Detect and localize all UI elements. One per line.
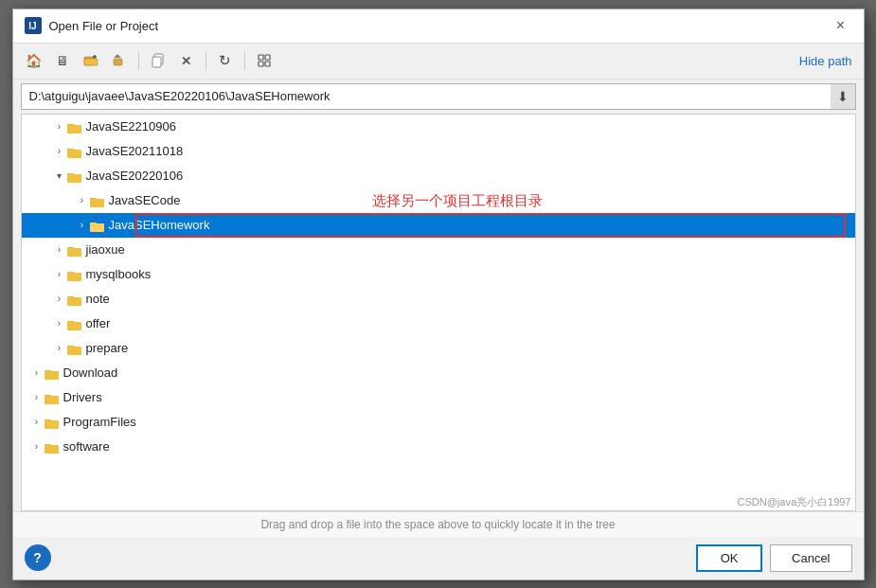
folder-icon — [45, 414, 60, 429]
tree-node-offer[interactable]: › offer — [22, 312, 855, 336]
tree-node-prepare[interactable]: › prepare — [22, 336, 855, 361]
folder-icon — [45, 438, 60, 454]
svg-rect-35 — [45, 396, 59, 404]
separator-1 — [138, 51, 139, 70]
open-file-dialog: IJ Open File or Project × 🏠 🖥 — [12, 9, 865, 580]
cancel-button[interactable]: Cancel — [770, 544, 851, 572]
folder-icon — [67, 291, 82, 306]
svg-rect-23 — [67, 248, 81, 257]
footer: ? OK Cancel — [13, 537, 864, 579]
folder-icon — [67, 168, 82, 183]
svg-rect-21 — [90, 223, 104, 232]
tree-node-software[interactable]: › software — [22, 435, 855, 459]
tree-node-javasehomework[interactable]: › JavaSEHomework — [22, 213, 855, 238]
new-folder-button[interactable] — [78, 48, 104, 73]
desktop-button[interactable]: 🖥 — [49, 48, 76, 73]
svg-rect-11 — [265, 62, 270, 66]
node-label-javase20211018: JavaSE20211018 — [86, 144, 184, 158]
svg-rect-29 — [67, 322, 81, 330]
svg-rect-19 — [90, 199, 104, 207]
node-label-prepare: prepare — [86, 341, 129, 355]
svg-rect-27 — [67, 297, 81, 306]
toolbar: 🏠 🖥 — [13, 44, 864, 80]
bookmark-button[interactable] — [251, 48, 277, 73]
svg-rect-9 — [265, 55, 270, 60]
delete-button[interactable]: ✕ — [173, 48, 200, 73]
node-label-download: Download — [63, 365, 118, 380]
chevron-icon: › — [52, 244, 67, 255]
folder-icon — [45, 389, 60, 404]
up-button[interactable] — [106, 48, 133, 73]
svg-marker-5 — [114, 54, 121, 58]
copy-button[interactable] — [145, 48, 171, 73]
svg-rect-4 — [114, 59, 122, 65]
separator-3 — [244, 51, 245, 70]
node-label-javase2210906: JavaSE2210906 — [86, 119, 176, 134]
node-label-mysqlbooks: mysqlbooks — [86, 267, 152, 281]
tree-node-jiaoxue[interactable]: › jiaoxue — [22, 238, 855, 262]
svg-rect-31 — [67, 347, 81, 355]
tree-node-download[interactable]: › Download — [22, 361, 855, 385]
toolbar-buttons: 🏠 🖥 — [21, 48, 277, 73]
file-tree[interactable]: › JavaSE2210906› JavaSE20211018▾ JavaSE2… — [21, 114, 856, 511]
node-label-drivers: Drivers — [63, 390, 102, 404]
hide-path-button[interactable]: Hide path — [796, 52, 856, 70]
folder-icon — [67, 340, 82, 355]
tree-node-javase20220106[interactable]: ▾ JavaSE20220106 — [22, 164, 855, 188]
chevron-icon: ▾ — [52, 170, 67, 181]
help-button[interactable]: ? — [25, 544, 51, 571]
chevron-icon: › — [29, 441, 45, 452]
refresh-button[interactable]: ↻ — [212, 48, 239, 73]
path-download-button[interactable]: ⬇ — [831, 84, 855, 109]
svg-rect-25 — [67, 273, 81, 281]
svg-rect-10 — [259, 62, 263, 66]
chevron-icon: › — [29, 417, 45, 427]
folder-icon — [67, 241, 82, 257]
folder-icon — [67, 315, 82, 330]
svg-rect-15 — [67, 150, 81, 158]
ok-button[interactable]: OK — [696, 544, 762, 572]
svg-rect-37 — [45, 420, 59, 429]
node-label-javasehomework: JavaSEHomework — [109, 218, 210, 232]
tree-node-programfiles[interactable]: › ProgramFiles — [22, 410, 855, 435]
path-bar: ⬇ — [21, 83, 856, 110]
footer-buttons: OK Cancel — [696, 544, 851, 572]
title-bar-left: IJ Open File or Project — [25, 17, 159, 34]
chevron-icon: › — [52, 318, 67, 329]
tree-node-drivers[interactable]: › Drivers — [22, 385, 855, 410]
app-icon: IJ — [25, 17, 42, 34]
tree-node-javascode[interactable]: › JavaSECode — [22, 188, 855, 213]
folder-icon — [67, 118, 82, 134]
tree-node-javase2210906[interactable]: › JavaSE2210906 — [22, 115, 855, 139]
node-label-note: note — [86, 292, 110, 306]
svg-rect-39 — [45, 445, 59, 454]
path-input[interactable] — [22, 87, 831, 105]
node-label-javascode: JavaSECode — [109, 193, 181, 207]
folder-icon — [90, 217, 105, 232]
chevron-icon: › — [75, 195, 90, 205]
svg-rect-13 — [67, 125, 81, 134]
tree-node-javase20211018[interactable]: › JavaSE20211018 — [22, 139, 855, 164]
close-button[interactable]: × — [830, 14, 852, 37]
node-label-jiaoxue: jiaoxue — [86, 242, 125, 257]
tree-node-note[interactable]: › note — [22, 287, 855, 312]
chevron-icon: › — [52, 294, 67, 304]
folder-icon — [90, 192, 105, 207]
node-label-javase20220106: JavaSE20220106 — [86, 169, 184, 183]
title-bar: IJ Open File or Project × — [13, 9, 864, 44]
svg-rect-8 — [259, 55, 263, 60]
svg-rect-1 — [84, 59, 98, 65]
home-button[interactable]: 🏠 — [21, 48, 47, 73]
chevron-icon: › — [75, 220, 90, 230]
folder-icon — [67, 143, 82, 158]
node-label-offer: offer — [86, 316, 111, 330]
drag-hint: Drag and drop a file into the space abov… — [13, 511, 864, 537]
svg-rect-17 — [67, 174, 81, 183]
chevron-icon: › — [29, 367, 45, 378]
tree-node-mysqlbooks[interactable]: › mysqlbooks — [22, 262, 855, 287]
watermark: CSDN@java亮小白1997 — [734, 494, 855, 510]
chevron-icon: › — [52, 146, 67, 156]
chevron-icon: › — [52, 343, 67, 353]
chevron-icon: › — [29, 392, 45, 402]
separator-2 — [206, 51, 206, 70]
